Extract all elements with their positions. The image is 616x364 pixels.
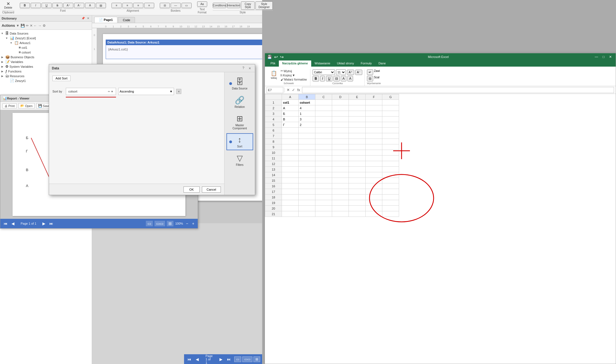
excel-undo-button[interactable]: ↩ bbox=[274, 54, 278, 60]
confirm-formula-icon[interactable]: ✓ bbox=[291, 88, 296, 92]
cell-f4[interactable] bbox=[366, 117, 382, 122]
cell-a6[interactable] bbox=[282, 128, 299, 133]
col-header-b[interactable]: B bbox=[299, 94, 315, 100]
cell-e10[interactable] bbox=[349, 150, 366, 156]
cell-f19[interactable] bbox=[366, 200, 382, 206]
col-header-d[interactable]: D bbox=[332, 94, 349, 100]
malarz-button[interactable]: 🖌 Malarz formatów bbox=[279, 77, 308, 81]
viewer-zoom-out[interactable]: − bbox=[185, 221, 189, 226]
cell-b3[interactable]: 1 bbox=[299, 111, 315, 117]
cell-g11[interactable] bbox=[382, 156, 399, 161]
cell-e19[interactable] bbox=[349, 200, 366, 206]
dialog-help-button[interactable]: ? bbox=[241, 66, 245, 71]
cell-b19[interactable] bbox=[299, 200, 315, 206]
cell-c1[interactable] bbox=[315, 100, 332, 105]
cell-b10[interactable] bbox=[299, 150, 315, 156]
cell-g3[interactable] bbox=[382, 111, 399, 117]
cell-a18[interactable] bbox=[282, 195, 299, 200]
ribbon-tab-narzedzia[interactable]: Narzędzia główne bbox=[279, 60, 311, 67]
dialog-close-button[interactable]: × bbox=[248, 66, 252, 71]
cell-g18[interactable] bbox=[382, 195, 399, 200]
cell-c10[interactable] bbox=[315, 150, 332, 156]
expand-data-sources[interactable]: ▼ bbox=[0, 32, 4, 35]
cell-e16[interactable] bbox=[349, 183, 366, 189]
delete-button[interactable]: ✕ Delete bbox=[3, 1, 13, 10]
multi-page-view-button[interactable]: ⊞ bbox=[253, 356, 260, 362]
cell-d4[interactable] bbox=[332, 117, 349, 122]
cell-c9[interactable] bbox=[315, 144, 332, 150]
tree-data-sources[interactable]: ▼ 🗄 Data Sources bbox=[0, 31, 92, 36]
expand-zeszyt1[interactable]: ▼ bbox=[4, 37, 9, 40]
expand-variables[interactable]: ▶ bbox=[0, 60, 4, 63]
cell-b20[interactable] bbox=[299, 206, 315, 211]
ribbon-tab-formuly[interactable]: Formuły bbox=[357, 60, 375, 67]
cell-b9[interactable] bbox=[299, 144, 315, 150]
cell-d20[interactable] bbox=[332, 206, 349, 211]
tab-code[interactable]: Code bbox=[118, 17, 135, 23]
cell-f17[interactable] bbox=[366, 189, 382, 195]
cell-d1[interactable] bbox=[332, 100, 349, 105]
cell-g20[interactable] bbox=[382, 206, 399, 211]
excel-italic-button[interactable]: I bbox=[320, 76, 325, 81]
cell-g7[interactable] bbox=[382, 133, 399, 139]
expand-sysvar[interactable]: ▶ bbox=[0, 65, 4, 68]
cell-c18[interactable] bbox=[315, 195, 332, 200]
cell-c21[interactable] bbox=[315, 211, 332, 217]
cell-b15[interactable] bbox=[299, 178, 315, 183]
cell-a12[interactable] bbox=[282, 161, 299, 167]
cell-f14[interactable] bbox=[366, 172, 382, 178]
cell-d3[interactable] bbox=[332, 111, 349, 117]
cell-g14[interactable] bbox=[382, 172, 399, 178]
dict-pin-icon[interactable]: 📌 bbox=[81, 16, 86, 20]
cell-a14[interactable] bbox=[282, 172, 299, 178]
actions-icon-3[interactable]: ✕ bbox=[30, 24, 33, 28]
actions-icon-1[interactable]: 💾 bbox=[21, 24, 25, 28]
col-header-c[interactable]: C bbox=[315, 94, 332, 100]
cell-g13[interactable] bbox=[382, 167, 399, 172]
viewer-view-btn-2[interactable]: ▭▭ bbox=[154, 221, 165, 226]
font-size-down-button[interactable]: A⁻ bbox=[74, 3, 84, 8]
cell-d18[interactable] bbox=[332, 195, 349, 200]
cell-b17[interactable] bbox=[299, 189, 315, 195]
cell-a20[interactable] bbox=[282, 206, 299, 211]
cell-c17[interactable] bbox=[315, 189, 332, 195]
cell-a9[interactable] bbox=[282, 144, 299, 150]
cell-a3[interactable]: Б bbox=[282, 111, 299, 117]
cell-e7[interactable] bbox=[349, 133, 366, 139]
cell-g19[interactable] bbox=[382, 200, 399, 206]
viewer-view-btn-1[interactable]: ▭ bbox=[146, 221, 153, 226]
cell-f6[interactable] bbox=[366, 128, 382, 133]
cell-d2[interactable] bbox=[332, 105, 349, 111]
cell-b2[interactable]: 4 bbox=[299, 105, 315, 111]
cell-g21[interactable] bbox=[382, 211, 399, 217]
col-header-e[interactable]: E bbox=[349, 94, 366, 100]
cell-g8[interactable] bbox=[382, 139, 399, 144]
tree-business-objects[interactable]: ▶ 📦 Business Objects bbox=[0, 55, 92, 59]
cell-e13[interactable] bbox=[349, 167, 366, 172]
copy-style-button[interactable]: Copy Style bbox=[241, 1, 255, 10]
prev-page-button[interactable]: ◀ bbox=[195, 356, 200, 362]
open-button[interactable]: 📂 Open bbox=[18, 103, 35, 108]
cell-d13[interactable] bbox=[332, 167, 349, 172]
cell-g4[interactable] bbox=[382, 117, 399, 122]
excel-underline-button[interactable]: U bbox=[326, 76, 332, 81]
ok-button[interactable]: OK bbox=[183, 186, 200, 193]
cell-a11[interactable] bbox=[282, 156, 299, 161]
tree-colsort[interactable]: ≡ colsort bbox=[0, 50, 92, 55]
ribbon-tab-wstawianie[interactable]: Wstawianie bbox=[311, 60, 334, 67]
viewer-prev-page[interactable]: ◀ bbox=[10, 221, 16, 226]
cell-b11[interactable] bbox=[299, 156, 315, 161]
sort-order-select[interactable]: Ascending ▼ bbox=[118, 88, 174, 95]
cell-f2[interactable] bbox=[366, 105, 382, 111]
cell-a8[interactable] bbox=[282, 139, 299, 144]
formula-input[interactable] bbox=[302, 87, 614, 93]
rp-filters[interactable]: ▽ Filters bbox=[226, 151, 253, 169]
cell-d12[interactable] bbox=[332, 161, 349, 167]
cell-d21[interactable] bbox=[332, 211, 349, 217]
actions-icon-6[interactable]: ⚙ bbox=[43, 24, 46, 28]
cell-e5[interactable] bbox=[349, 122, 366, 128]
cell-c13[interactable] bbox=[315, 167, 332, 172]
bold-button[interactable]: B bbox=[20, 3, 30, 8]
col-header-f[interactable]: F bbox=[366, 94, 382, 100]
print-button[interactable]: 🖨 Print bbox=[3, 103, 17, 108]
